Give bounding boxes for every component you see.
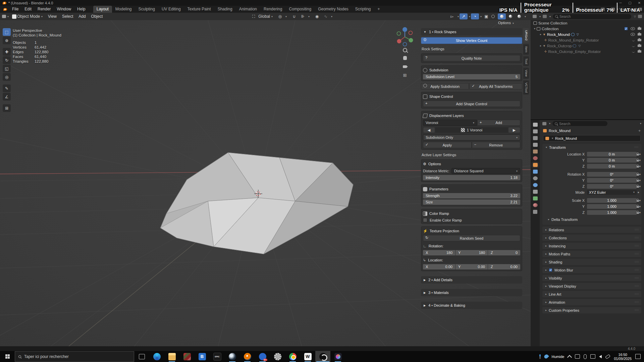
taskbar-app-blender[interactable]	[240, 351, 255, 362]
location-xyz-fields[interactable]: X0.00 Y0.00 Z0.00	[423, 264, 520, 269]
tray-usb-icon[interactable]	[605, 354, 610, 359]
new-collection-icon[interactable]	[638, 15, 642, 18]
lock-icon[interactable]	[637, 200, 639, 202]
intensity-slider[interactable]: Intensity1.18	[423, 175, 520, 180]
menu-window[interactable]: Window	[54, 6, 74, 13]
workspace-tab-texture-paint[interactable]: Texture Paint	[184, 6, 214, 13]
shading-solid-icon[interactable]	[498, 13, 506, 19]
npanel-tab-urgv2[interactable]: URGv2	[523, 28, 529, 43]
menu-help[interactable]: Help	[74, 6, 89, 13]
tool-scale[interactable]: ◱	[3, 65, 11, 72]
outliner-row-rock-outcrop[interactable]: ▸ ▼ Rock_Outcrop ▽	[531, 43, 644, 49]
tray-expand-chevron[interactable]	[567, 355, 572, 359]
lock-icon[interactable]	[637, 174, 639, 176]
expand-chevron-icon[interactable]: ▸	[540, 44, 541, 47]
viewport-menu-add[interactable]: Add	[76, 14, 88, 19]
tab-physics[interactable]	[533, 183, 538, 187]
add-shape-control-button[interactable]: +Add Shape Control	[423, 101, 520, 107]
size-slider[interactable]: Size2.21	[423, 199, 520, 205]
collection-exclude-checkbox[interactable]: ✓	[624, 27, 628, 31]
section-motion-blur[interactable]: ▸✓Motion Blur∷∷	[542, 267, 641, 273]
workspace-tab-layout[interactable]: Layout	[93, 6, 112, 13]
taskbar-app-file-explorer[interactable]	[164, 351, 179, 362]
taskbar-app-discord[interactable]: 9+	[255, 351, 270, 362]
prev-layer-button[interactable]: ◀	[423, 127, 435, 133]
object-name-field[interactable]: ▾ Rock_Mound	[543, 135, 641, 141]
lock-icon[interactable]	[637, 154, 639, 156]
layer-mode-dropdown[interactable]: Subdivision Only▾	[423, 134, 520, 140]
tray-obs-icon[interactable]	[575, 354, 580, 359]
field-scale-y[interactable]: Y1.000●	[542, 204, 639, 209]
field-scale-z[interactable]: Z1.000●	[542, 210, 639, 215]
lock-icon[interactable]	[637, 166, 639, 168]
hide-viewport-icon[interactable]	[631, 27, 635, 30]
falloff-curve-icon[interactable]: ∿	[322, 13, 330, 19]
workspace-tab-animation[interactable]: Animation	[236, 6, 260, 13]
taskbar-app-davinci-resolve[interactable]	[330, 351, 345, 362]
tray-network-icon[interactable]	[590, 354, 595, 359]
outliner-row-collection[interactable]: ▾ Collection ✓	[531, 26, 644, 32]
tab-material[interactable]	[533, 203, 538, 207]
quality-note-button[interactable]: ?Quality Note	[423, 55, 520, 61]
taskbar-app-game-launcher[interactable]	[179, 351, 195, 362]
tab-scene[interactable]	[533, 149, 538, 154]
transform-panel-header[interactable]: ▾Transform ∷∷	[542, 144, 641, 151]
tool-rotate[interactable]: ↻	[3, 56, 11, 64]
tool-transform[interactable]: ◎	[3, 73, 11, 81]
gizmo-x-axis[interactable]	[397, 39, 401, 44]
enable-color-ramp-checkbox[interactable]	[423, 218, 427, 222]
strength-slider[interactable]: Strength3.22	[423, 193, 520, 198]
camera-view-icon[interactable]	[402, 64, 408, 70]
toggle-ortho-icon[interactable]: ⊞	[402, 72, 408, 78]
tab-view-layer[interactable]	[533, 143, 538, 147]
apply-subdivision-button[interactable]: Apply Subdivision	[421, 83, 469, 89]
gizmos-toggle-icon[interactable]: ↗	[460, 13, 468, 19]
section-relations[interactable]: ▸Relations∷∷	[542, 227, 641, 233]
lock-icon[interactable]	[637, 186, 639, 188]
gizmo-neg-y-axis[interactable]	[397, 32, 401, 36]
panel-section-2-header[interactable]: ▶2 • Add Details	[421, 276, 522, 284]
tab-modifiers[interactable]	[533, 170, 538, 174]
action-center-icon[interactable]	[635, 354, 641, 359]
tab-constraints[interactable]	[533, 190, 538, 194]
orientation-dropdown[interactable]: Global	[258, 14, 270, 19]
menu-render[interactable]: Render	[35, 6, 54, 13]
section-delta-transform[interactable]: ▸Delta Transform	[545, 216, 639, 223]
workspace-tab-uv-editing[interactable]: UV Editing	[158, 6, 184, 13]
expand-chevron-icon[interactable]: ▸	[540, 33, 541, 36]
taskbar-app-obs-studio[interactable]	[315, 351, 330, 362]
blender-menu-icon[interactable]	[3, 8, 7, 11]
lock-icon[interactable]	[637, 160, 639, 162]
field-rotation-z[interactable]: Z0°●	[542, 184, 639, 189]
taskbar-app-chrome[interactable]	[285, 351, 300, 362]
proportional-edit-icon[interactable]: ◉	[313, 13, 321, 19]
field-location-y[interactable]: Y0 m●	[542, 158, 639, 163]
outliner-row-rock-mound-empty[interactable]: ✛ Rock_Mound_Empty_Rotator	[531, 37, 644, 43]
disable-render-icon[interactable]	[638, 45, 641, 47]
disable-render-icon[interactable]	[638, 50, 641, 53]
outliner-row-rock-mound[interactable]: ▸ ▼ Rock_Mound ▽	[531, 32, 644, 37]
panel-section-4-header[interactable]: ▶4 • Decimate & Baking	[421, 302, 522, 309]
lock-icon[interactable]	[637, 206, 639, 208]
properties-search-input[interactable]: Search	[552, 121, 607, 126]
section-animation[interactable]: ▸Animation∷∷	[542, 299, 641, 305]
subdivision-level-slider[interactable]: Subdivision Level5	[423, 74, 520, 79]
gizmo-y-axis[interactable]	[409, 38, 413, 43]
pivot-point-icon[interactable]: ◎	[276, 13, 284, 19]
hidden-viewport-icon[interactable]	[632, 45, 635, 47]
field-rotation-mode[interactable]: ModeXYZ Euler▾●	[542, 190, 639, 195]
rotation-xyz-fields[interactable]: X180 Y180 Z0	[423, 250, 520, 255]
snap-magnet-icon[interactable]: ∪	[290, 13, 298, 19]
pin-icon[interactable]: ✛	[638, 129, 641, 132]
viewport-menu-view[interactable]: View	[45, 14, 59, 19]
tool-measure[interactable]: ∠	[3, 93, 11, 101]
random-seed-button[interactable]: ↻Random Seed	[423, 235, 520, 241]
show-vertex-count-button[interactable]: 🛈Show Vertex Count	[421, 37, 522, 44]
taskbar-app-epic-games[interactable]: EPIC	[210, 351, 225, 362]
hidden-viewport-icon[interactable]	[632, 51, 635, 53]
motion-blur-checkbox[interactable]: ✓	[549, 268, 552, 272]
tool-move[interactable]: ✚	[3, 48, 11, 56]
start-button[interactable]	[0, 351, 15, 362]
viewport-menu-object[interactable]: Object	[89, 14, 106, 19]
outliner-display-mode-icon[interactable]	[543, 15, 547, 18]
